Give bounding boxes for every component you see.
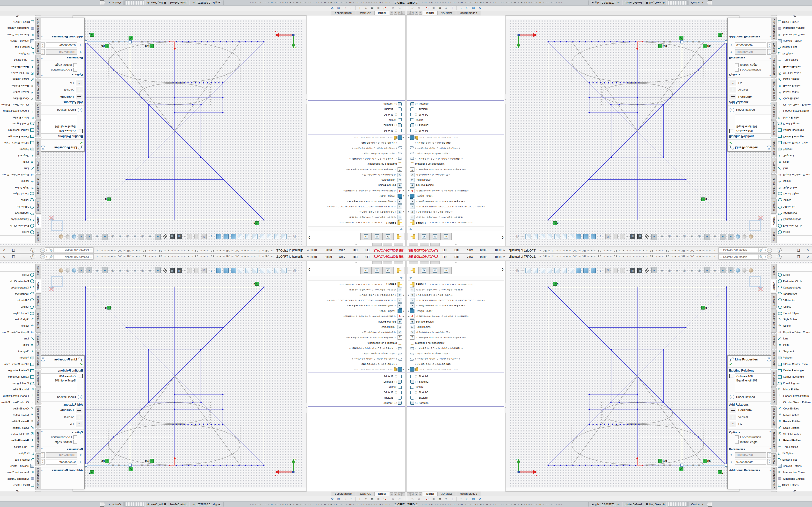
tool-offset-entities[interactable]: Offset Entities bbox=[0, 19, 35, 25]
relation-badge[interactable]: ⊿3 bbox=[553, 221, 558, 225]
tree-item[interactable]: ▶↺○ Λ⊛◎+25◦Ƹ○ ⊙ ○Ƹ◦25+◎⊛Λ ○ bbox=[308, 292, 405, 298]
tool-stretch-entities[interactable]: Stretch Entities bbox=[0, 431, 35, 437]
cmd-tab-evaluate[interactable]: Evaluate bbox=[35, 334, 41, 349]
minimize-button[interactable]: — bbox=[21, 249, 26, 252]
tool-offset-entities[interactable]: Offset Entities bbox=[777, 19, 812, 25]
collapse-icon[interactable]: ⌃ bbox=[41, 135, 43, 138]
tree-item-sketch4[interactable]: (-)Sketch4 bbox=[407, 395, 504, 400]
model-tab-motion-study-1[interactable]: Motion Study 1 bbox=[331, 492, 356, 496]
tool-fit-spline[interactable]: Fit Spline bbox=[777, 51, 812, 57]
tool-sketch-fillet[interactable]: Sketch Fillet bbox=[0, 44, 35, 50]
tree-item[interactable]: ○ ·◎+○ ⊛⊙ǀ○ ⊙ ○ǀ⊙⊛ ○+◎· ○ bbox=[308, 351, 405, 356]
bottom-toolbar-icon[interactable]: 🖌 bbox=[425, 6, 429, 11]
cmd-tab-mbd-dimensions[interactable]: MBD Dimensions bbox=[771, 467, 777, 490]
cmd-tab-sketch[interactable]: Sketch bbox=[35, 280, 41, 292]
tool-trim-entities[interactable]: Trim Entities bbox=[777, 444, 812, 450]
panel-tab-configuration-manager[interactable]: ⊕ bbox=[429, 233, 441, 240]
menu-file[interactable]: File bbox=[442, 248, 448, 252]
tree-item[interactable]: ○ +ИN◎⊛+○ ⊛⊙ǀ○ ⊙ ○ǀ⊙⊛ ○+⊛◎NИ+ ○ bbox=[407, 345, 504, 351]
tree-item-sketch6[interactable]: (-)Sketch6 bbox=[308, 101, 405, 107]
confirmation-corner-cancel-icon[interactable]: ✕ bbox=[48, 285, 55, 294]
tree-item[interactable]: ⌖○25+ЗЕ25○ИN◎◦+ ЭСЗЕУЗЕ25○ ⊙ ○25ЕЗУЕЗСЭ … bbox=[407, 298, 504, 303]
tool-equation-driven-curve[interactable]: Equation Driven Curve bbox=[0, 329, 35, 335]
close-button[interactable]: ✕ bbox=[806, 249, 811, 252]
model-tab-motion-study-1[interactable]: Motion Study 1 bbox=[331, 11, 356, 15]
tree-item-sketch3[interactable]: Sketch3 bbox=[308, 117, 405, 123]
bottom-toolbar-icon[interactable]: ⧩ bbox=[444, 497, 448, 501]
cmd-tab-mold-tools[interactable]: Mold Tools bbox=[35, 102, 41, 119]
panel-tab-feature-manager[interactable] bbox=[407, 267, 418, 274]
tree-item-sketch3[interactable]: Sketch3 bbox=[308, 384, 405, 390]
tree-item[interactable]: Material < not specified > bbox=[308, 340, 405, 345]
cmd-tab-sketch[interactable]: Sketch bbox=[771, 280, 777, 292]
tool-tangent-arc[interactable]: Tangent Arc bbox=[777, 291, 812, 297]
menu-view[interactable]: View bbox=[338, 255, 346, 259]
tool-3-point-center-recta-[interactable]: 3 Point Center Recta... bbox=[0, 361, 35, 367]
quick-access-toolbar[interactable]: ⊙ ЗЕ ⊙ Ш ⊙ ○ ⊙ + ⊙ ЭС ⊙ ЗЕ ⊙ + ⊙ Е5 ⊙ ⊛ … bbox=[540, 249, 716, 252]
search-box[interactable]: ⬡ Search CAD Models 🔍 ▼ bbox=[45, 254, 94, 260]
panel-flyout-arrow[interactable]: ❯ bbox=[501, 268, 504, 271]
tool-segment[interactable]: Segment bbox=[777, 348, 812, 354]
panel-flyout-arrow[interactable]: ❯ bbox=[501, 236, 504, 239]
cmd-tab-features[interactable]: Features bbox=[35, 264, 41, 279]
bottom-toolbar-icon[interactable]: ✎ bbox=[410, 6, 415, 11]
tool-convert-entities[interactable]: Convert Entities bbox=[0, 463, 35, 469]
panel-tab-display-manager[interactable]: ◕ bbox=[360, 267, 371, 274]
tab-nav[interactable]: ▶ bbox=[394, 492, 397, 496]
tool-fit-spline[interactable]: Fit Spline bbox=[0, 51, 35, 57]
equal-length-badge[interactable]: =109 bbox=[703, 459, 711, 463]
panel-tab-feature-manager[interactable] bbox=[394, 267, 405, 274]
menu-file[interactable]: File bbox=[364, 248, 370, 252]
tool-point[interactable]: Point bbox=[777, 342, 812, 348]
panel-help-icon[interactable]: ? bbox=[767, 146, 771, 150]
bottom-toolbar-icon[interactable]: ◴ bbox=[343, 497, 347, 501]
bottom-toolbar-icon[interactable]: ⚙ bbox=[477, 497, 482, 501]
bottom-toolbar-icon[interactable]: ◴ bbox=[465, 6, 469, 11]
cmd-tab-features[interactable]: Features bbox=[35, 228, 41, 243]
pin-icon[interactable]: ➤ bbox=[503, 249, 505, 252]
menu-insert[interactable]: Insert bbox=[323, 255, 333, 259]
bottom-toolbar-icon[interactable]: ✎ bbox=[397, 6, 402, 11]
bottom-toolbar-icon[interactable]: ◔ bbox=[459, 497, 463, 501]
tool-intersection-curve[interactable]: Intersection Curve bbox=[777, 32, 812, 38]
restore-button[interactable]: ❐ bbox=[796, 255, 801, 259]
search-dropdown-icon[interactable]: ▼ bbox=[45, 256, 48, 258]
length-spinner[interactable]: ▲▼ bbox=[41, 452, 45, 458]
tree-item[interactable]: Σ○25ИN◎◦+ ΑU¤ЗЕ○ ⊙ ○ЕЗ¤UΑ +◦◎NИ25○ bbox=[308, 335, 405, 340]
tree-item[interactable]: ○ИN◦ЗС◦⊛◎○ ⊙ ○◎⊛◦СЗ◦NИ○ bbox=[308, 140, 405, 146]
panel-handle-dot[interactable] bbox=[355, 262, 357, 263]
tree-item-sketch6[interactable]: (-)Sketch6 bbox=[407, 400, 504, 406]
model-tab-model[interactable]: Model bbox=[423, 11, 438, 15]
bottom-toolbar-icon[interactable]: 🗀 bbox=[471, 6, 475, 11]
tool-linear-sketch-pattern[interactable]: Linear Sketch Pattern bbox=[777, 108, 812, 114]
tree-item-sketch2[interactable]: (-)Sketch2 bbox=[308, 123, 405, 128]
cmd-tab-mbd-dimensions[interactable]: MBD Dimensions bbox=[771, 17, 777, 40]
tree-item[interactable]: ☆○253Е+ ◦⊛◎ΛΑΦ○ ⊙ ○ΦΑΛ◎⊛◦ +Е352○ bbox=[407, 287, 504, 292]
tree-item[interactable]: ⌖○25+ЗЕ25○ИN◎◦+ ЭСЗЕУЗЕ25○ ⊙ ○25ЕЗУЕЗСЭ … bbox=[308, 298, 405, 303]
tree-item[interactable]: ⌖○25+ЗЕ25○ИN◎◦+ ЭСЗЕУЗЕ25○ ⊙ ○25ЕЗУЕЗСЭ … bbox=[308, 204, 405, 209]
panel-tab-display-manager[interactable]: ◕ bbox=[360, 233, 371, 240]
tab-nav-buttons[interactable]: ⏮◀▶⏭ bbox=[407, 11, 422, 15]
model-tab-motion-study-1[interactable]: Motion Study 1 bbox=[456, 492, 481, 496]
panel-help-icon[interactable]: ? bbox=[41, 357, 45, 361]
add-relation-vertical[interactable]: |Vertical bbox=[729, 414, 771, 420]
tree-item[interactable]: ○ИN◦ЗС◦⊛◎○ ⊙ ○◎⊛◦СЗ◦NИ○ bbox=[407, 140, 504, 146]
horizontal-scrollbar[interactable] bbox=[72, 15, 306, 19]
tool-mirror-entities[interactable]: Mirror Entities bbox=[777, 114, 812, 121]
tool-corner-rectangle[interactable]: Corner Rectangle bbox=[777, 374, 812, 380]
tree-item[interactable]: ◔○25⊛◎25ИNЗЕ25○ ⊙ ○25ЕЗNИ25◎⊛25○ bbox=[308, 199, 405, 204]
tool-perimeter-circle[interactable]: Perimeter Circle bbox=[0, 223, 35, 229]
tool-move-entities[interactable]: Move Entities bbox=[0, 89, 35, 95]
tree-item[interactable]: ◔○25⊛◎25ИNЗЕ25○ ⊙ ○25ЕЗNИ25◎⊛25○ bbox=[407, 199, 504, 204]
checkbox-for-construction[interactable]: For construction bbox=[41, 68, 77, 72]
tool-rotate-entities[interactable]: Rotate Entities bbox=[777, 82, 812, 89]
tree-item[interactable]: ▶A○25ИN◎◦+Α+◎ИNΑ○ ⊙ ○ΑNИ◎+Α+◦◎NИ25○ bbox=[308, 314, 405, 319]
bottom-toolbar-icon[interactable]: ◔ bbox=[349, 6, 353, 11]
length-spinner[interactable]: ▲▼ bbox=[767, 452, 771, 458]
tags-icon[interactable] bbox=[100, 0, 105, 5]
tool-stretch-entities[interactable]: Stretch Entities bbox=[777, 70, 812, 76]
tool-tangent-arc[interactable]: Tangent Arc bbox=[777, 210, 812, 216]
tab-nav[interactable]: ⏮ bbox=[401, 11, 405, 15]
tree-root[interactable]: TЯPDL2.◦ЗЕ◦Ш◦○◦+◦ЭС◦ЗЕ◦+◦Е5◦⊛◦ЗЕ◦ bbox=[407, 282, 504, 287]
tool-polygon[interactable]: Polygon bbox=[777, 354, 812, 361]
